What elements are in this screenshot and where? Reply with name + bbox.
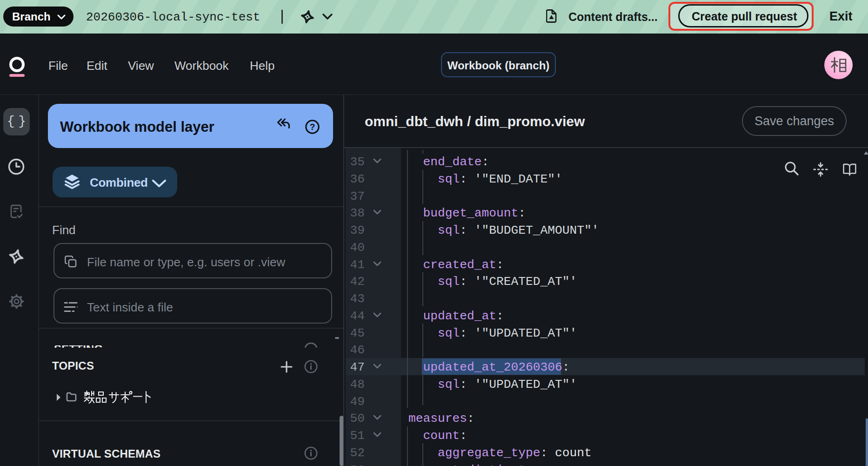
svg-text:?: ? — [310, 122, 315, 132]
